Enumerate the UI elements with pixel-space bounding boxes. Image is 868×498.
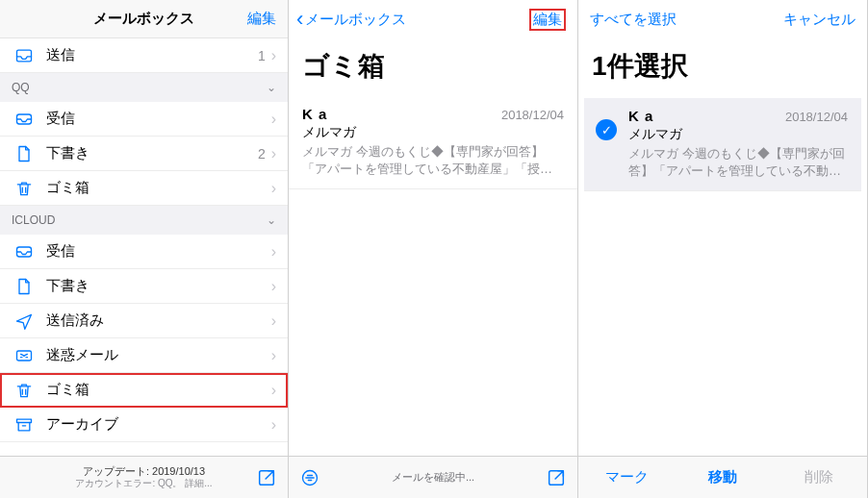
chevron-right-icon: ›: [271, 145, 276, 162]
selection-title: 1件選択: [578, 38, 867, 96]
sync-status: アップデート: 2019/10/13 アカウントエラー: QQ。 詳細...: [42, 465, 245, 489]
mailbox-row-qq-drafts[interactable]: 下書き 2 ›: [0, 137, 288, 171]
mailbox-row-icloud-sent[interactable]: 送信済み ›: [0, 304, 288, 338]
mailbox-row-icloud-drafts[interactable]: 下書き ›: [0, 269, 288, 304]
checking-status: メールを確認中...: [331, 471, 535, 484]
mailbox-label: ゴミ箱: [46, 381, 271, 399]
message-from: K a: [628, 108, 653, 124]
mailboxes-pane: メールボックス 編集 送信 1 › QQ ⌄ 受信 › 下書き 2 › ゴミ箱: [0, 0, 289, 498]
trash-footer: メールを確認中...: [289, 456, 577, 498]
chevron-down-icon: ⌄: [267, 81, 276, 94]
mailbox-label: 送信済み: [46, 311, 271, 330]
mailbox-label: 迷惑メール: [46, 346, 271, 364]
mailboxes-header: メールボックス 編集: [0, 0, 288, 38]
chevron-right-icon: ›: [271, 180, 276, 197]
move-button[interactable]: 移動: [675, 468, 771, 486]
trash-icon: [13, 381, 35, 400]
mailbox-count: 2: [258, 146, 266, 162]
chevron-right-icon: ›: [271, 312, 276, 330]
message-subject: メルマガ: [302, 124, 564, 141]
message-row[interactable]: K a 2018/12/04 メルマガ メルマガ 今週のもくじ◆【専門家が回答】…: [289, 96, 577, 189]
mailbox-row-icloud-junk[interactable]: 迷惑メール ›: [0, 338, 288, 373]
mailbox-row-qq-inbox[interactable]: 受信 ›: [0, 102, 288, 137]
mailboxes-title: メールボックス: [93, 10, 194, 28]
chevron-right-icon: ›: [271, 243, 276, 261]
mailbox-row-qq-trash[interactable]: ゴミ箱 ›: [0, 171, 288, 206]
chevron-down-icon: ⌄: [267, 213, 276, 227]
mailbox-row-icloud-trash[interactable]: ゴミ箱 ›: [0, 373, 288, 408]
chevron-right-icon: ›: [271, 278, 276, 295]
chevron-right-icon: ›: [271, 416, 276, 434]
filter-button[interactable]: [289, 468, 331, 487]
message-row-selected[interactable]: ✓ K a 2018/12/04 メルマガ メルマガ 今週のもくじ◆【専門家が回…: [584, 98, 861, 191]
archive-icon: [13, 415, 35, 435]
mailbox-label: 下書き: [46, 277, 271, 295]
mailbox-label: 下書き: [46, 144, 258, 162]
section-qq[interactable]: QQ ⌄: [0, 73, 288, 102]
delete-button[interactable]: 削除: [771, 468, 867, 486]
mailbox-label: 送信: [46, 46, 258, 64]
message-list: K a 2018/12/04 メルマガ メルマガ 今週のもくじ◆【専門家が回答】…: [289, 96, 577, 456]
tray-out-icon: [13, 46, 35, 65]
svg-rect-0: [17, 50, 32, 62]
compose-button[interactable]: [245, 467, 288, 488]
chevron-left-icon: ‹: [296, 9, 303, 30]
section-icloud[interactable]: ICLOUD ⌄: [0, 206, 288, 235]
message-subject: メルマガ: [628, 126, 848, 143]
cancel-button[interactable]: キャンセル: [783, 11, 855, 29]
back-label: メールボックス: [305, 11, 406, 29]
section-qq-label: QQ: [12, 81, 30, 94]
trash-header: ‹ メールボックス 編集: [289, 0, 577, 38]
junk-icon: [13, 346, 35, 365]
mailbox-label: ゴミ箱: [46, 179, 271, 197]
message-date: 2018/12/04: [501, 108, 564, 122]
mark-button[interactable]: マーク: [578, 468, 675, 486]
mailbox-row-icloud-archive[interactable]: アーカイブ ›: [0, 408, 288, 442]
message-list: ✓ K a 2018/12/04 メルマガ メルマガ 今週のもくじ◆【専門家が回…: [578, 96, 867, 456]
svg-rect-4: [17, 419, 32, 422]
edit-button[interactable]: 編集: [247, 10, 276, 28]
chevron-right-icon: ›: [271, 347, 276, 364]
trash-icon: [13, 179, 35, 198]
doc-icon: [13, 144, 35, 163]
doc-icon: [13, 277, 35, 296]
inbox-icon: [13, 242, 35, 261]
sync-status-line1: アップデート: 2019/10/13: [42, 465, 245, 478]
checkmark-icon[interactable]: ✓: [596, 119, 617, 140]
plane-icon: [13, 311, 35, 331]
mailbox-label: 受信: [46, 110, 271, 128]
selection-footer: マーク 移動 削除: [578, 456, 867, 498]
back-button[interactable]: ‹ メールボックス: [296, 9, 406, 30]
chevron-right-icon: ›: [271, 111, 276, 128]
selection-pane: すべてを選択 キャンセル 1件選択 ✓ K a 2018/12/04 メルマガ …: [578, 0, 868, 498]
section-icloud-label: ICLOUD: [12, 213, 55, 227]
mailbox-label: アーカイブ: [46, 415, 271, 434]
mailbox-row-outbox[interactable]: 送信 1 ›: [0, 38, 288, 73]
sync-status-line2: アカウントエラー: QQ。 詳細...: [42, 478, 245, 489]
compose-button[interactable]: [535, 467, 577, 488]
mailbox-label: 受信: [46, 242, 271, 261]
inbox-icon: [13, 110, 35, 129]
selection-header: すべてを選択 キャンセル: [578, 0, 867, 38]
message-from: K a: [302, 106, 327, 122]
mailbox-row-icloud-inbox[interactable]: 受信 ›: [0, 235, 288, 269]
mailboxes-footer: アップデート: 2019/10/13 アカウントエラー: QQ。 詳細...: [0, 456, 288, 498]
chevron-right-icon: ›: [271, 47, 276, 64]
mailboxes-list: 送信 1 › QQ ⌄ 受信 › 下書き 2 › ゴミ箱 › ICLOUD ⌄: [0, 38, 288, 456]
message-preview: メルマガ 今週のもくじ◆【専門家が回答】「アパートを管理している不動産屋」「…: [628, 145, 848, 179]
trash-title: ゴミ箱: [289, 38, 577, 96]
edit-button[interactable]: 編集: [529, 9, 566, 31]
chevron-right-icon: ›: [271, 382, 276, 399]
message-date: 2018/12/04: [785, 110, 848, 124]
message-preview: メルマガ 今週のもくじ◆【専門家が回答】「アパートを管理している不動産屋」「授乳…: [302, 143, 564, 177]
select-all-button[interactable]: すべてを選択: [590, 11, 677, 29]
mailbox-count: 1: [258, 48, 266, 63]
trash-list-pane: ‹ メールボックス 編集 ゴミ箱 K a 2018/12/04 メルマガ メルマ…: [289, 0, 578, 498]
